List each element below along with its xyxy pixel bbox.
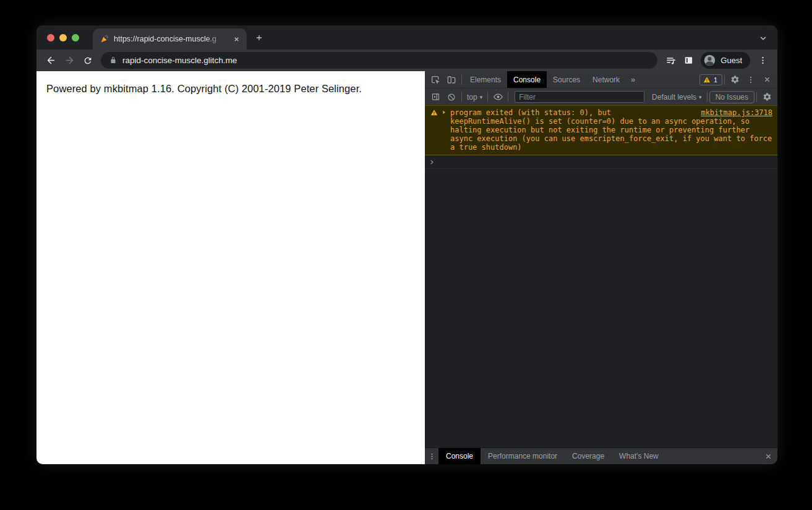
tab-console[interactable]: Console <box>507 71 547 88</box>
devtools-drawer: Console Performance monitor Coverage Wha… <box>425 447 777 464</box>
warning-text-wrap: mkbitmap.js:3718 program exited (with st… <box>450 108 772 152</box>
devtools-panel: Elements Console Sources Network » 1 <box>425 71 777 464</box>
traffic-lights <box>47 34 79 41</box>
devtools-menu-icon[interactable] <box>743 72 759 87</box>
log-levels-label: Default levels <box>652 93 696 102</box>
profile-button[interactable]: Guest <box>701 52 750 69</box>
filter-input[interactable] <box>515 91 644 103</box>
browser-window: https://rapid-concise-muscle.g <box>36 25 777 464</box>
divider <box>508 92 508 102</box>
drawer-tab-coverage[interactable]: Coverage <box>565 448 612 464</box>
inspect-element-icon[interactable] <box>427 72 443 87</box>
new-tab-button[interactable] <box>251 30 267 46</box>
chevron-down-icon: ▾ <box>480 94 483 100</box>
source-link[interactable]: mkbitmap.js:3718 <box>701 108 772 117</box>
console-prompt[interactable] <box>425 155 777 169</box>
issues-button[interactable]: No Issues <box>709 91 754 103</box>
console-messages: mkbitmap.js:3718 program exited (with st… <box>425 105 777 447</box>
side-panel-icon[interactable] <box>680 52 697 69</box>
drawer-tab-console[interactable]: Console <box>438 448 481 464</box>
tab-strip-chevron-down-icon[interactable] <box>757 32 769 45</box>
devtools-close-icon[interactable] <box>759 72 775 87</box>
console-settings-gear-icon[interactable] <box>759 90 775 105</box>
address-bar[interactable]: rapid-concise-muscle.glitch.me <box>101 52 657 69</box>
tab-sources[interactable]: Sources <box>547 71 586 88</box>
lock-icon[interactable] <box>109 56 117 64</box>
device-toolbar-icon[interactable] <box>443 72 459 87</box>
profile-label: Guest <box>720 56 742 65</box>
divider <box>461 75 462 85</box>
warnings-badge[interactable]: 1 <box>699 74 722 85</box>
clear-console-icon[interactable] <box>443 90 459 105</box>
web-page: Powered by mkbitmap 1.16. Copyright (C) … <box>36 71 425 464</box>
tab-strip: https://rapid-concise-muscle.g <box>36 25 777 50</box>
tab-title: https://rapid-concise-muscle.g <box>114 35 226 43</box>
warnings-count: 1 <box>714 76 717 84</box>
party-popper-favicon <box>100 35 109 43</box>
divider <box>461 92 462 102</box>
divider <box>707 92 707 102</box>
browser-menu-icon[interactable] <box>754 52 771 69</box>
drawer-tab-performance-monitor[interactable]: Performance monitor <box>481 448 565 464</box>
console-warning-message[interactable]: mkbitmap.js:3718 program exited (with st… <box>425 105 777 155</box>
chevron-down-icon: ▾ <box>699 94 702 100</box>
browser-toolbar: rapid-concise-muscle.glitch.me <box>36 50 777 71</box>
tab-elements[interactable]: Elements <box>464 71 507 88</box>
console-sidebar-toggle-icon[interactable] <box>427 90 443 105</box>
screenshot-stage: https://rapid-concise-muscle.g <box>0 0 812 510</box>
drawer-menu-icon[interactable] <box>425 448 438 464</box>
forward-icon[interactable] <box>60 51 79 69</box>
console-empty-area[interactable] <box>425 169 777 447</box>
devtools-settings-gear-icon[interactable] <box>727 72 743 87</box>
console-toolbar: top ▾ Default levels ▾ No Issues <box>425 89 777 105</box>
back-icon[interactable] <box>41 51 60 69</box>
reload-icon[interactable] <box>79 51 97 69</box>
guest-avatar <box>703 54 716 67</box>
window-content: Powered by mkbitmap 1.16. Copyright (C) … <box>36 71 777 464</box>
divider <box>487 92 488 102</box>
log-levels-dropdown[interactable]: Default levels ▾ <box>649 93 705 102</box>
prompt-chevron-icon <box>429 159 435 165</box>
divider <box>724 75 725 85</box>
tab-network[interactable]: Network <box>586 71 626 88</box>
drawer-close-icon[interactable] <box>759 452 777 460</box>
fullscreen-window-button[interactable] <box>72 34 79 41</box>
url-text: rapid-concise-muscle.glitch.me <box>122 56 237 65</box>
close-window-button[interactable] <box>47 34 54 41</box>
browser-tab[interactable]: https://rapid-concise-muscle.g <box>93 28 247 50</box>
context-selector[interactable]: top ▾ <box>464 93 485 102</box>
media-controls-icon[interactable] <box>662 52 680 69</box>
page-text: Powered by mkbitmap 1.16. Copyright (C) … <box>46 83 415 95</box>
minimize-window-button[interactable] <box>59 34 67 41</box>
divider <box>756 92 757 102</box>
context-selector-label: top <box>467 93 477 102</box>
warning-triangle-icon <box>430 109 438 116</box>
devtools-tab-bar: Elements Console Sources Network » 1 <box>425 71 777 89</box>
more-tabs-icon[interactable]: » <box>626 75 640 84</box>
live-expression-eye-icon[interactable] <box>490 90 506 105</box>
drawer-tab-whats-new[interactable]: What's New <box>612 448 666 464</box>
expand-triangle-icon[interactable] <box>442 110 447 115</box>
tab-close-icon[interactable] <box>231 33 242 45</box>
